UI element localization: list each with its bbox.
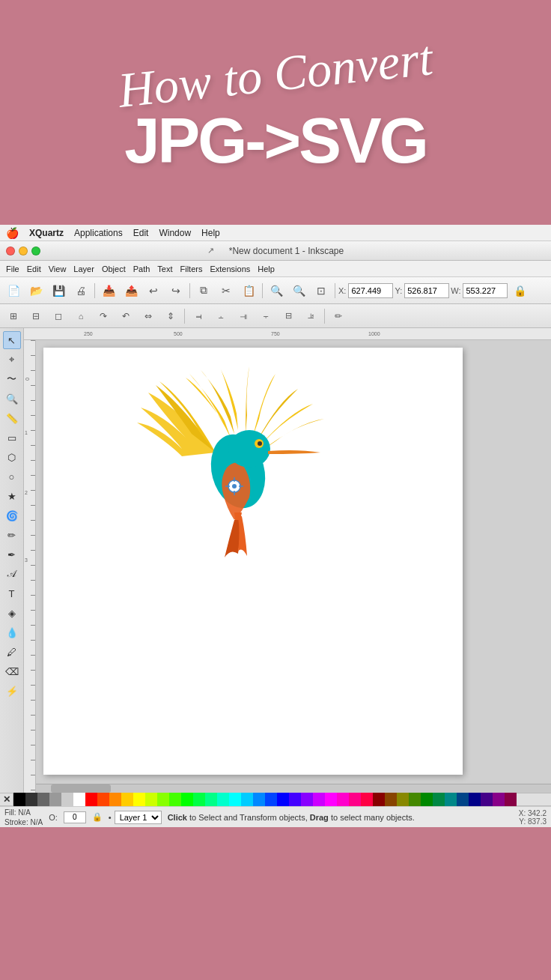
color-swatch[interactable] [169, 793, 181, 806]
node-tool[interactable]: ⌖ [3, 351, 21, 369]
color-swatch[interactable] [325, 793, 337, 806]
snap-grid-button[interactable]: ⊞ [3, 306, 24, 327]
undo-button[interactable]: ↩ [143, 280, 164, 301]
flip-h-button[interactable]: ⇔ [138, 306, 159, 327]
menu-xquartz[interactable]: XQuartz [29, 228, 64, 238]
save-button[interactable]: 💾 [48, 280, 69, 301]
color-swatch[interactable] [217, 793, 229, 806]
paste-button[interactable]: 📋 [238, 280, 259, 301]
color-swatch[interactable] [337, 793, 349, 806]
measure-tool[interactable]: 📏 [3, 409, 21, 427]
lock-button[interactable]: 🔒 [509, 280, 530, 301]
zoom-tool[interactable]: 🔍 [3, 390, 21, 408]
minimize-button[interactable] [19, 246, 28, 255]
select-tool[interactable]: ↖ [3, 331, 21, 349]
color-swatch[interactable] [385, 793, 397, 806]
color-swatch[interactable] [121, 793, 133, 806]
menu-filters[interactable]: Filters [180, 264, 203, 273]
star-tool[interactable]: ★ [3, 487, 21, 505]
open-button[interactable]: 📂 [25, 280, 46, 301]
color-swatch[interactable] [313, 793, 325, 806]
print-button[interactable]: 🖨 [70, 280, 91, 301]
menu-edit-app[interactable]: Edit [27, 264, 41, 273]
menu-window[interactable]: Window [159, 228, 191, 238]
export-button[interactable]: 📤 [121, 280, 141, 301]
y-input[interactable] [404, 283, 449, 298]
menu-text[interactable]: Text [157, 264, 172, 273]
color-swatch[interactable] [361, 793, 373, 806]
rotate-cw-button[interactable]: ↷ [93, 306, 114, 327]
color-swatch[interactable] [277, 793, 289, 806]
scrollbar-thumb-h[interactable] [51, 784, 111, 793]
color-swatch[interactable] [13, 793, 25, 806]
redo-button[interactable]: ↪ [165, 280, 186, 301]
transform-button[interactable]: ✏ [328, 306, 349, 327]
pencil-tool[interactable]: ✏ [3, 526, 21, 544]
align-left-button[interactable]: ⫤ [188, 306, 209, 327]
eraser-tool[interactable]: ⌫ [3, 662, 21, 680]
menu-help-app[interactable]: Help [258, 264, 275, 273]
color-swatch[interactable] [301, 793, 313, 806]
color-swatch[interactable] [109, 793, 121, 806]
rotate-ccw-button[interactable]: ↶ [115, 306, 136, 327]
copy-button[interactable]: ⧉ [193, 280, 214, 301]
node-button[interactable]: ⌂ [70, 306, 91, 327]
dropper-tool[interactable]: 💧 [3, 623, 21, 641]
text-tool[interactable]: T [3, 584, 21, 602]
circle-tool[interactable]: ○ [3, 468, 21, 486]
flip-v-button[interactable]: ⇕ [160, 306, 181, 327]
close-button[interactable] [6, 246, 15, 255]
color-swatch[interactable] [433, 793, 445, 806]
color-swatch[interactable] [397, 793, 409, 806]
menu-extensions[interactable]: Extensions [210, 264, 250, 273]
color-swatch[interactable] [37, 793, 49, 806]
rect-tool[interactable]: ▭ [3, 429, 21, 447]
menu-view[interactable]: View [49, 264, 67, 273]
cube-tool[interactable]: ⬡ [3, 448, 21, 466]
color-swatch[interactable] [181, 793, 193, 806]
color-swatch[interactable] [97, 793, 109, 806]
color-swatch[interactable] [25, 793, 37, 806]
zoom-in-button[interactable]: 🔍 [288, 280, 309, 301]
gradient-tool[interactable]: ◈ [3, 604, 21, 622]
color-swatch[interactable] [409, 793, 421, 806]
color-swatch[interactable] [457, 793, 469, 806]
color-swatch[interactable] [193, 793, 205, 806]
cut-button[interactable]: ✂ [216, 280, 237, 301]
color-swatch[interactable] [85, 793, 97, 806]
w-input[interactable] [463, 283, 508, 298]
menu-file[interactable]: File [6, 264, 19, 273]
color-swatch[interactable] [265, 793, 277, 806]
color-swatch[interactable] [61, 793, 73, 806]
align-center-button[interactable]: ⫠ [210, 306, 231, 327]
align-bottom-button[interactable]: ⫡ [300, 306, 321, 327]
opacity-input[interactable] [64, 811, 86, 823]
maximize-button[interactable] [31, 246, 40, 255]
color-swatch[interactable] [373, 793, 385, 806]
spiral-tool[interactable]: 🌀 [3, 506, 21, 524]
menu-path[interactable]: Path [133, 264, 150, 273]
menu-applications[interactable]: Applications [74, 228, 123, 238]
align-middle-button[interactable]: ⊟ [278, 306, 299, 327]
new-button[interactable]: 📄 [3, 280, 24, 301]
color-swatch[interactable] [289, 793, 301, 806]
snap-node-button[interactable]: ⊟ [25, 306, 46, 327]
layer-dropdown[interactable]: Layer 1 [115, 811, 162, 824]
connector-tool[interactable]: ⚡ [3, 682, 21, 700]
menu-help[interactable]: Help [201, 228, 220, 238]
color-swatch[interactable] [445, 793, 457, 806]
align-top-button[interactable]: ⫟ [255, 306, 276, 327]
color-swatch[interactable] [253, 793, 265, 806]
calligraphy-tool[interactable]: 𝒜 [3, 565, 21, 583]
scrollbar-horizontal[interactable] [36, 784, 551, 793]
align-right-button[interactable]: ⫣ [233, 306, 254, 327]
zoom-out-button[interactable]: 🔍 [266, 280, 287, 301]
color-swatch[interactable] [73, 793, 85, 806]
color-swatch[interactable] [241, 793, 253, 806]
color-swatch[interactable] [229, 793, 241, 806]
color-swatch[interactable] [481, 793, 493, 806]
spray-tool[interactable]: 🖊 [3, 643, 21, 661]
zoom-fit-button[interactable]: ⊡ [311, 280, 332, 301]
color-swatch[interactable] [133, 793, 145, 806]
color-swatch[interactable] [205, 793, 217, 806]
